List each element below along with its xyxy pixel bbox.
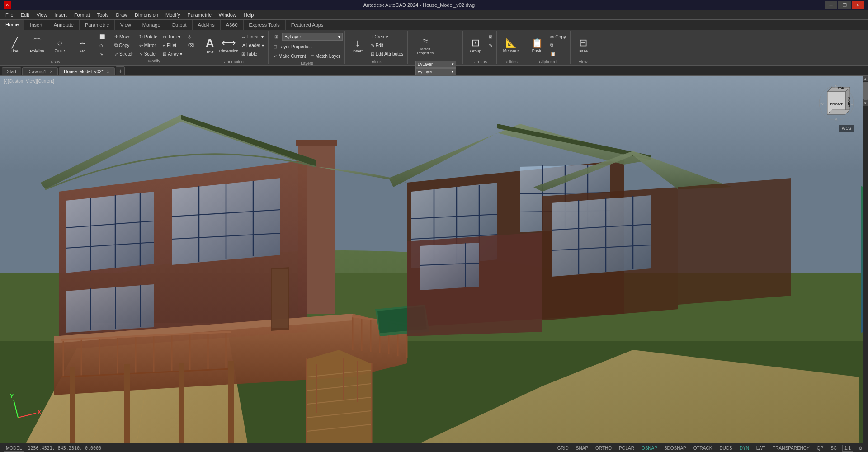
match-layer-button[interactable]: ≡ Match Layer (309, 52, 343, 60)
status-grid[interactable]: GRID (556, 445, 571, 451)
viewcube[interactable]: FRONT RIGHT TOP N S W E (818, 85, 854, 121)
scrollbar-right[interactable]: ▲ ▼ (863, 76, 868, 443)
status-lwt[interactable]: LWT (755, 445, 767, 451)
menu-view[interactable]: View (33, 11, 51, 19)
draw-extra-1[interactable]: ⬜ (97, 33, 107, 41)
status-otrack[interactable]: OTRACK (692, 445, 714, 451)
mirror-button[interactable]: ⇔ Mirror (137, 41, 160, 49)
menu-edit[interactable]: Edit (17, 11, 33, 19)
tab-home[interactable]: Home (0, 20, 24, 30)
tab-add-button[interactable]: + (116, 66, 125, 75)
annotation-scale[interactable]: 1:1 (842, 445, 853, 452)
insert-button[interactable]: ↓ Insert (348, 33, 368, 59)
tab-insert[interactable]: Insert (24, 20, 48, 30)
tab-start[interactable]: Start (2, 67, 21, 75)
menu-window[interactable]: Window (215, 11, 240, 19)
stretch-button[interactable]: ⤢ Stretch (112, 50, 136, 58)
status-3dosnap[interactable]: 3DOSNAP (663, 445, 688, 451)
paste-special-button[interactable]: 📋 (548, 50, 568, 58)
minimize-button[interactable]: ─ (825, 1, 837, 9)
status-transparency[interactable]: TRANSPARENCY (771, 445, 811, 451)
move-button[interactable]: ✛ Move (112, 33, 136, 41)
group-edit-button[interactable]: ✎ (486, 41, 495, 49)
create-button[interactable]: + Create (368, 33, 406, 41)
copy-button[interactable]: ⧉ Copy (112, 41, 136, 49)
make-current-button[interactable]: ✓ Make Current (271, 52, 308, 60)
status-polar[interactable]: POLAR (617, 445, 636, 451)
tab-drawing1[interactable]: Drawing1 ✕ (22, 67, 58, 75)
create-label: Create (375, 34, 388, 39)
leader-button[interactable]: ↗ Leader ▾ (239, 41, 266, 49)
scroll-thumb[interactable] (863, 82, 868, 100)
explode-button[interactable]: ⊹ (185, 33, 196, 41)
erase-button[interactable]: ⌫ (185, 41, 196, 49)
scroll-up-button[interactable]: ▲ (863, 76, 868, 81)
rotate-button[interactable]: ↻ Rotate (137, 33, 160, 41)
tab-annotate[interactable]: Annotate (48, 20, 80, 30)
restore-button[interactable]: ❐ (838, 1, 851, 9)
measure-button[interactable]: 📐 Measure (500, 33, 522, 59)
draw-extra-2[interactable]: ◇ (97, 41, 107, 49)
status-sc[interactable]: SC (829, 445, 839, 451)
arc-button[interactable]: ⌢ Arc (71, 33, 93, 59)
paste-button[interactable]: 📋 Paste (527, 33, 547, 59)
base-button[interactable]: ⊟ Base (573, 33, 593, 59)
edit-button[interactable]: ✎ Edit (368, 41, 406, 49)
menu-file[interactable]: File (2, 11, 17, 19)
menu-parametric[interactable]: Parametric (184, 11, 215, 19)
menu-insert[interactable]: Insert (51, 11, 71, 19)
group-button[interactable]: ⊡ Group (466, 33, 486, 59)
line-button[interactable]: ╱ Line (4, 33, 25, 59)
menu-draw[interactable]: Draw (112, 11, 131, 19)
close-button[interactable]: ✕ (852, 1, 864, 9)
tab-manage[interactable]: Manage (137, 20, 166, 30)
table-button[interactable]: ⊞ Table (239, 50, 266, 58)
draw-extra-3[interactable]: ∿ (97, 50, 107, 58)
trim-button[interactable]: ✂ Trim ▾ (160, 33, 184, 41)
linear-button[interactable]: ↔ Linear ▾ (239, 33, 266, 41)
menu-help[interactable]: Help (240, 11, 258, 19)
layer-properties-button[interactable]: ⊞ (271, 33, 281, 41)
bylayer-dropdown-2[interactable]: ByLayer (415, 68, 456, 75)
tab-parametric[interactable]: Parametric (80, 20, 115, 30)
layer-props-btn2[interactable]: ⊡ Layer Properties (271, 42, 314, 51)
edit-attributes-button[interactable]: ⊟ Edit Attributes (368, 50, 406, 58)
tab-drawing1-close[interactable]: ✕ (49, 69, 53, 74)
tab-house-model[interactable]: House_Model_v02* ✕ (59, 67, 115, 75)
menu-dimension[interactable]: Dimension (131, 11, 162, 19)
cut-button[interactable]: ✂ Copy (548, 33, 568, 41)
fillet-button[interactable]: ⌐ Fillet (160, 41, 184, 49)
status-osnap[interactable]: OSNAP (640, 445, 659, 451)
status-ortho[interactable]: ORTHO (594, 445, 613, 451)
ungroup-button[interactable]: ⊠ (486, 33, 495, 41)
tab-output[interactable]: Output (166, 20, 193, 30)
tab-house-model-close[interactable]: ✕ (106, 69, 110, 74)
text-button[interactable]: A Text (201, 33, 218, 59)
tab-express[interactable]: Express Tools (244, 20, 286, 30)
tab-view[interactable]: View (115, 20, 137, 30)
status-snap[interactable]: SNAP (574, 445, 590, 451)
circle-button[interactable]: ○ Circle (49, 33, 71, 59)
bylayer-dropdown-1[interactable]: ByLayer (415, 61, 456, 68)
status-ducs[interactable]: DUCS (717, 445, 734, 451)
viewport[interactable]: [-][Custom View][Current] (0, 76, 868, 443)
menu-tools[interactable]: Tools (94, 11, 113, 19)
polyline-button[interactable]: ⌒ Polyline (26, 33, 48, 59)
copy-label: Copy (119, 43, 129, 48)
match-properties-button[interactable]: ≈ Match Properties (415, 33, 435, 59)
status-dyn[interactable]: DYN (738, 445, 751, 451)
model-space-indicator[interactable]: MODEL (4, 445, 24, 452)
workspace-switcher[interactable]: ⚙ (857, 445, 864, 451)
scale-button[interactable]: ⤡ Scale (137, 50, 160, 58)
tab-addins[interactable]: Add-ins (193, 20, 221, 30)
tab-a360[interactable]: A360 (221, 20, 244, 30)
copy-clipboard-button[interactable]: ⧉ (548, 41, 568, 49)
array-button[interactable]: ⊞ Array ▾ (160, 50, 184, 58)
scroll-down-button[interactable]: ▼ (863, 100, 868, 106)
menu-modify[interactable]: Modify (162, 11, 184, 19)
tab-featured[interactable]: Featured Apps (286, 20, 330, 30)
status-qp[interactable]: QP (815, 445, 825, 451)
dimension-button[interactable]: ⟷ Dimension (219, 33, 238, 59)
layer-dropdown[interactable]: ByLayer (282, 33, 342, 41)
menu-format[interactable]: Format (71, 11, 94, 19)
